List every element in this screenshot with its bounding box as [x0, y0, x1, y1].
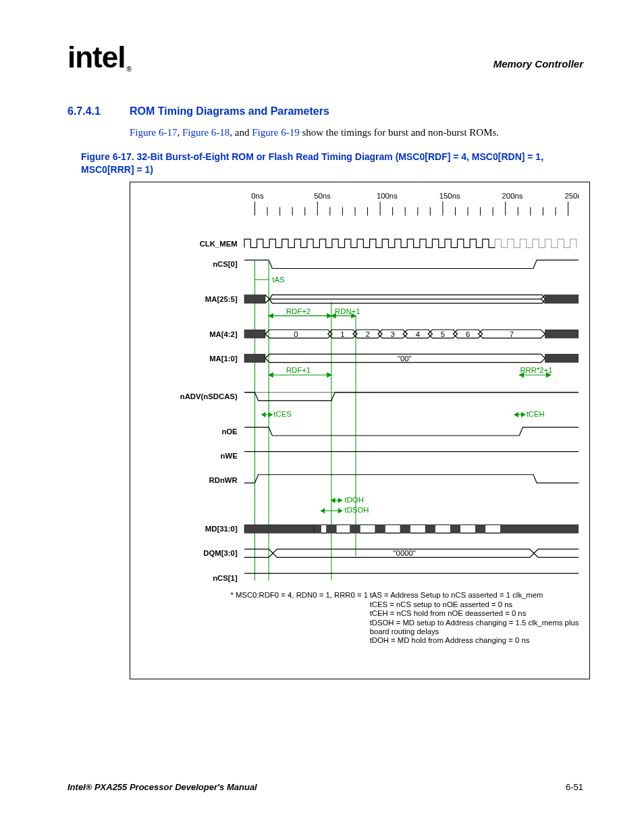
svg-text:RDF+1: RDF+1: [286, 366, 311, 374]
svg-rect-59: [244, 354, 265, 362]
link-fig-6-19[interactable]: Figure 6-19: [252, 127, 299, 138]
section-title: ROM Timing Diagrams and Parameters: [130, 105, 329, 118]
svg-text:"0000": "0000": [394, 549, 416, 557]
svg-text:tDSOH: tDSOH: [345, 506, 369, 514]
svg-text:MA[1:0]: MA[1:0]: [209, 354, 238, 362]
svg-rect-49: [545, 330, 579, 338]
svg-text:CLK_MEM: CLK_MEM: [200, 239, 238, 247]
svg-text:RRR*2+1: RRR*2+1: [520, 366, 552, 374]
svg-text:tDOH: tDOH: [345, 496, 364, 504]
figure-caption: Figure 6-17. 32-Bit Burst-of-Eight ROM o…: [81, 151, 583, 176]
svg-text:MD[31:0]: MD[31:0]: [205, 525, 238, 533]
svg-text:nWE: nWE: [221, 452, 238, 460]
svg-text:5: 5: [441, 330, 445, 338]
svg-text:RDN+1: RDN+1: [335, 307, 360, 315]
intro-paragraph: Figure 6-17, Figure 6-18, and Figure 6-1…: [130, 127, 583, 138]
footer-manual-title: Intel® PXA255 Processor Developer's Manu…: [68, 782, 257, 792]
svg-text:4: 4: [416, 330, 420, 338]
svg-text:board routing delays: board routing delays: [370, 627, 439, 635]
svg-rect-48: [244, 330, 265, 338]
svg-text:50ns: 50ns: [314, 192, 331, 200]
link-fig-6-18[interactable]: Figure 6-18: [182, 127, 230, 138]
header-chapter-title: Memory Controller: [493, 58, 583, 70]
svg-text:nOE: nOE: [221, 427, 238, 436]
svg-text:1: 1: [340, 330, 344, 338]
timing-diagram: 0ns 50ns 100ns 150ns 200ns 250ns: [130, 182, 590, 680]
svg-text:7: 7: [510, 330, 514, 338]
svg-text:tCES = nCS setup to nOE assert: tCES = nCS setup to nOE asserted = 0 ns: [370, 600, 513, 608]
svg-text:nCS[0]: nCS[0]: [213, 260, 238, 268]
svg-text:0ns: 0ns: [251, 192, 264, 200]
svg-text:tDOH = MD hold from Address ch: tDOH = MD hold from Address changing = 0…: [370, 636, 530, 644]
svg-text:nADV(nSDCAS): nADV(nSDCAS): [180, 392, 238, 400]
svg-text:* MSC0:RDF0 = 4, RDN0 = 1, RRR: * MSC0:RDF0 = 4, RDN0 = 1, RRR0 = 1: [230, 591, 368, 599]
svg-text:2: 2: [365, 330, 369, 338]
intel-logo: intel®: [68, 41, 130, 74]
svg-text:0: 0: [294, 330, 298, 338]
svg-rect-42: [545, 294, 579, 303]
svg-text:tAS: tAS: [272, 276, 285, 284]
svg-text:"00": "00": [398, 354, 412, 362]
svg-text:3: 3: [391, 330, 395, 338]
footer-page-number: 6-51: [566, 782, 583, 792]
svg-text:tCES: tCES: [273, 410, 292, 418]
svg-rect-60: [545, 354, 579, 362]
svg-text:100ns: 100ns: [377, 192, 398, 200]
svg-text:MA[4:2]: MA[4:2]: [209, 330, 238, 338]
svg-text:RDnWR: RDnWR: [209, 476, 238, 484]
svg-text:DQM[3:0]: DQM[3:0]: [203, 549, 238, 557]
link-fig-6-17[interactable]: Figure 6-17: [130, 127, 177, 138]
svg-text:tAS = Address Setup to nCS ass: tAS = Address Setup to nCS asserted = 1 …: [370, 591, 543, 599]
svg-text:MA[25:5]: MA[25:5]: [205, 295, 238, 303]
svg-rect-41: [244, 294, 265, 303]
svg-text:tCEH: tCEH: [527, 410, 545, 418]
svg-text:nCS[1]: nCS[1]: [213, 573, 238, 581]
svg-text:tCEH = nCS hold from nOE deass: tCEH = nCS hold from nOE deasserted = 0 …: [370, 609, 527, 617]
svg-rect-79: [244, 525, 314, 533]
svg-text:tDSOH = MD setup to Address ch: tDSOH = MD setup to Address changing = 1…: [370, 618, 579, 626]
svg-text:250ns: 250ns: [564, 192, 579, 200]
svg-text:6: 6: [466, 330, 470, 338]
svg-text:150ns: 150ns: [439, 192, 460, 200]
svg-text:200ns: 200ns: [502, 192, 523, 200]
svg-text:RDF+2: RDF+2: [286, 307, 311, 315]
section-number: 6.7.4.1: [68, 105, 130, 118]
